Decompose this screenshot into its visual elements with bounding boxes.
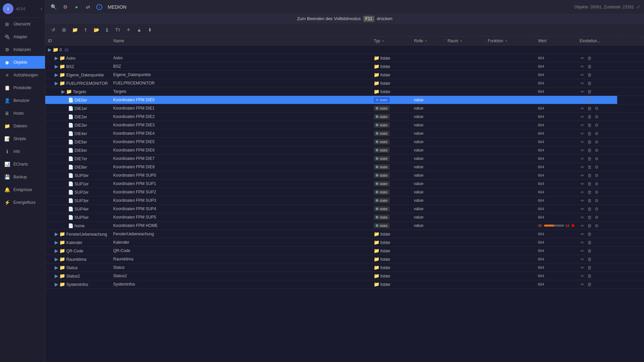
table-row[interactable]: 📄 DIE4er Koordinaten FPM DIE4 state valu… (45, 129, 644, 138)
table-row[interactable]: 📄 DIE7er Koordinaten FPM DIE7 state valu… (45, 155, 644, 163)
table-row[interactable]: ▶ 📁 BSZ BSZ 📁 folder 664 ✏ 🗑 (45, 62, 644, 71)
edit-button[interactable]: ✏ (580, 98, 585, 103)
table-row[interactable]: ▶ 📁 QR-Code QR-Code 📁 folder 664 ✏ 🗑 (45, 247, 644, 255)
table-row[interactable]: ▶ 📁 Systeminfos Systeminfos 📁 folder 664… (45, 280, 644, 289)
gear-button[interactable]: ⚙ (594, 131, 600, 136)
table-row[interactable]: 📄 SUP0er Koordinaten FPM SUP0 state valu… (45, 171, 644, 180)
edit-button[interactable]: ✏ (580, 56, 585, 61)
sidebar-item-hosts[interactable]: 🖥 Hosts (0, 107, 45, 120)
edit-button[interactable]: ✏ (580, 81, 585, 86)
delete-button[interactable]: 🗑 (586, 131, 593, 136)
sidebar-item-dateien[interactable]: 📁 Dateien (0, 120, 45, 132)
sync-icon[interactable]: ⇄ (84, 3, 92, 11)
edit-button[interactable]: ✏ (580, 206, 585, 212)
collapse-sidebar-button[interactable]: ‹ (41, 6, 42, 11)
table-row[interactable]: ▶ 📁 FUELPRICEMONITOR FUELPRICEMONITOR 📁 … (45, 79, 644, 87)
table-row[interactable]: 📄 SUP2er Koordinaten FPM SUP2 state valu… (45, 188, 644, 196)
delete-button[interactable]: 🗑 (586, 148, 593, 153)
delete-button[interactable]: 🗑 (586, 173, 593, 178)
edit-button[interactable]: ✏ (580, 148, 585, 153)
sidebar-item-objekte[interactable]: ◉ Objekte (0, 56, 45, 69)
sidebar-item-ereignisse[interactable]: 🔔 Ereignisse (0, 183, 45, 196)
edit-button[interactable]: ✏ (580, 198, 585, 203)
edit-button[interactable]: ✏ (580, 165, 585, 170)
folder-expand-icon[interactable]: ▶ (55, 265, 58, 270)
edit-button[interactable]: ✏ (580, 190, 585, 195)
sidebar-item-protokolle[interactable]: 📋 Protokolle (0, 81, 45, 94)
delete-button[interactable]: 🗑 (586, 114, 593, 119)
export-button[interactable]: ↗ (79, 23, 92, 37)
folder-expand-icon[interactable]: ▶ (61, 89, 65, 94)
table-row[interactable]: 📄 DIE2er Koordinaten FPM DIE2 state valu… (45, 113, 644, 121)
delete-button[interactable]: 🗑 (586, 190, 593, 195)
folder-expand-icon[interactable]: ▶ (55, 256, 58, 262)
sidebar-item-echarts[interactable]: 📊 ECharts (0, 158, 45, 171)
table-row[interactable]: ▶ 📁 Status2 Status2 📁 folder 664 ✏ 🗑 (45, 272, 644, 280)
table-row[interactable]: 📄 DIE5er Koordinaten FPM DIE5 state valu… (45, 138, 644, 146)
level1-button[interactable]: 1 (102, 25, 112, 35)
table-row[interactable]: ▶ 📁 Raumklima Raumklima 📁 folder 664 ✏ 🗑 (45, 255, 644, 263)
edit-button[interactable]: ✏ (580, 282, 585, 287)
edit-button[interactable]: ✏ (580, 215, 585, 220)
table-row[interactable]: ▶ 📁 Eigene_Datenpunkte Eigene_Datenpunkt… (45, 71, 644, 79)
folder-expand-icon[interactable]: ▶ (55, 240, 58, 245)
sidebar-item-adapter[interactable]: 🔌 Adapter (0, 31, 45, 43)
folder-expand-icon[interactable]: ▶ (55, 282, 58, 287)
folder-expand-icon[interactable]: ▶ (55, 64, 58, 69)
edit-button[interactable]: ✏ (580, 106, 585, 111)
table-row[interactable]: ▶ 📁 Status Status 📁 folder 664 ✏ 🗑 (45, 263, 644, 272)
delete-button[interactable]: 🗑 (586, 165, 593, 170)
delete-button[interactable]: 🗑 (586, 106, 593, 111)
edit-button[interactable]: ✏ (580, 248, 585, 253)
table-row[interactable]: 📄 SUP3er Koordinaten FPM SUP3 state valu… (45, 196, 644, 205)
table-row[interactable]: 📄 DIE3er Koordinaten FPM DIE3 state valu… (45, 121, 644, 129)
edit-button[interactable]: ✏ (580, 232, 585, 237)
delete-button[interactable]: 🗑 (586, 206, 593, 212)
table-row[interactable]: 📄 SUP5er Koordinaten FPM SUP5 state valu… (45, 213, 644, 222)
folder-expand-icon[interactable]: ▶ (55, 55, 58, 61)
gear-button[interactable]: ⚙ (594, 165, 600, 170)
delete-button[interactable]: 🗑 (586, 265, 593, 270)
folder-expand-icon[interactable]: ▶ (55, 80, 58, 86)
gear-button[interactable]: ⚙ (594, 223, 600, 228)
edit-button[interactable]: ✏ (580, 257, 585, 262)
edit-button[interactable]: ✏ (580, 72, 585, 77)
col-id[interactable]: ID (45, 37, 110, 46)
status-green-icon[interactable]: ● (72, 3, 81, 11)
table-row[interactable]: ▶ 📁 Targets Targets 📁 folder 664 ✏ 🗑 (45, 87, 644, 96)
edit-button[interactable]: ✏ (580, 64, 585, 69)
edit-button[interactable]: ✏ (580, 89, 585, 94)
table-row[interactable]: ▶ 📁 Kalender Kalender 📁 folder 664 ✏ 🗑 (45, 238, 644, 247)
edit-button[interactable]: ✏ (580, 223, 585, 228)
delete-button[interactable]: 🗑 (586, 139, 593, 144)
expand-icon[interactable]: ⤢ (637, 5, 640, 9)
sidebar-item-instanzen[interactable]: ⚙ Instanzen (0, 43, 45, 56)
gear-button[interactable]: ⚙ (594, 114, 600, 119)
sidebar-item-benutzer[interactable]: 👤 Benutzer (0, 94, 45, 107)
edit-button[interactable]: ✏ (580, 114, 585, 119)
col-raum[interactable]: Raum▼ (445, 37, 485, 46)
delete-button[interactable]: 🗑 (586, 274, 593, 279)
folder-expand-icon[interactable]: ▶ (55, 248, 58, 253)
upload-button[interactable]: ▲ (135, 25, 144, 35)
delete-button[interactable]: 🗑 (586, 198, 593, 203)
table-row[interactable]: 📄 SUP1er Koordinaten FPM SUP1 state valu… (45, 180, 644, 188)
sidebar-item-aufzahlungen[interactable]: ≡ Aufzählungen (0, 69, 45, 81)
delete-button[interactable]: 🗑 (586, 81, 593, 86)
gear-button[interactable]: ⚙ (594, 215, 600, 220)
folder-button[interactable]: 📁 (70, 25, 79, 35)
delete-button[interactable]: 🗑 (586, 240, 593, 245)
folder-expand-icon[interactable]: ▶ (55, 273, 58, 279)
gear-button[interactable]: ⚙ (594, 148, 600, 153)
refresh-button[interactable]: ↺ (49, 25, 58, 35)
delete-button[interactable]: 🗑 (586, 248, 593, 253)
table-row[interactable]: ▶ 📁 Astro Astro 📁 folder 664 ✏ 🗑 (45, 54, 644, 62)
col-einstellung[interactable]: Einstellun... (577, 37, 617, 46)
gear-button[interactable]: ⚙ (594, 173, 600, 178)
delete-button[interactable]: 🗑 (586, 98, 593, 103)
gear-button[interactable]: ⚙ (594, 181, 600, 186)
import-button[interactable]: 📂 (92, 25, 101, 35)
download-button[interactable]: ⬇ (145, 25, 155, 35)
folder-expand-icon[interactable]: ▶ (55, 72, 58, 77)
edit-button[interactable]: ✏ (580, 139, 585, 144)
